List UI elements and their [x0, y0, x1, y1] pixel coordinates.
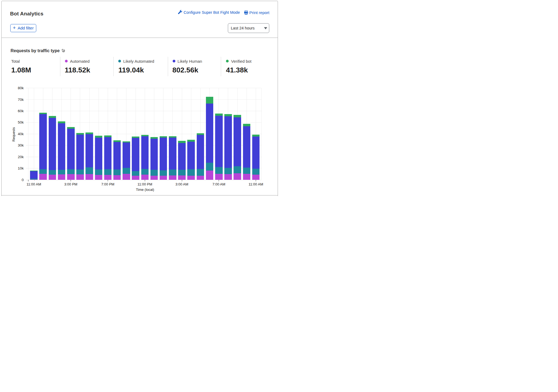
svg-text:0: 0: [22, 178, 24, 182]
svg-text:30k: 30k: [18, 143, 24, 147]
svg-text:Requests: Requests: [12, 127, 16, 142]
svg-text:20k: 20k: [18, 155, 24, 159]
svg-text:80k: 80k: [18, 86, 24, 90]
svg-text:Time (local): Time (local): [136, 188, 154, 192]
svg-text:7:00 AM: 7:00 AM: [212, 182, 225, 186]
svg-text:70k: 70k: [18, 98, 24, 102]
svg-text:40k: 40k: [18, 132, 24, 136]
svg-text:11:00 AM: 11:00 AM: [249, 182, 263, 186]
svg-text:50k: 50k: [18, 120, 24, 124]
svg-text:3:00 AM: 3:00 AM: [175, 182, 188, 186]
svg-text:3:00 PM: 3:00 PM: [64, 182, 77, 186]
svg-text:7:00 PM: 7:00 PM: [101, 182, 114, 186]
svg-text:11:00 PM: 11:00 PM: [137, 182, 152, 186]
svg-text:11:00 AM: 11:00 AM: [27, 182, 41, 186]
svg-text:60k: 60k: [18, 109, 24, 113]
svg-text:10k: 10k: [18, 166, 24, 170]
